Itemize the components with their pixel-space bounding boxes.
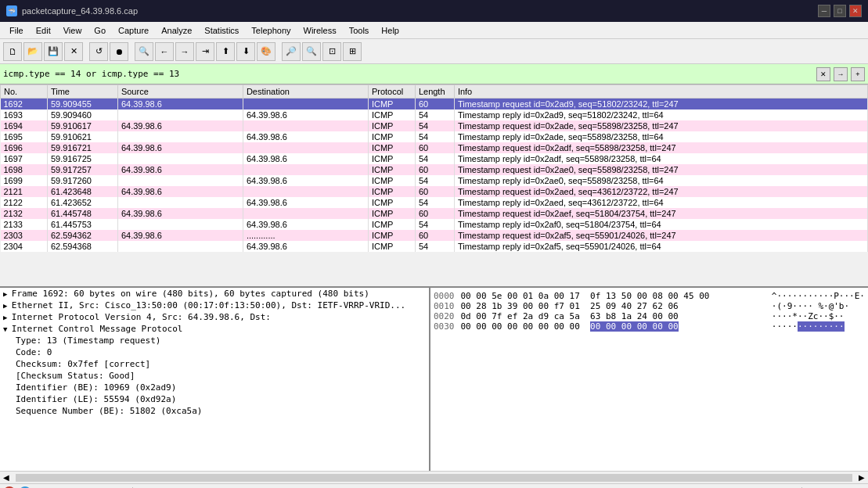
menubar: File Edit View Go Capture Analyze Statis… [0, 22, 868, 39]
col-len[interactable]: Length [415, 85, 454, 99]
toolbar-forward[interactable]: → [175, 42, 194, 61]
table-cell: ICMP [368, 164, 415, 175]
col-source[interactable]: Source [117, 85, 243, 99]
table-row[interactable]: 169959.91726064.39.98.6ICMP54Timestamp r… [1, 175, 868, 186]
table-cell: 59.909460 [47, 109, 117, 120]
toolbar-resize[interactable]: ⊞ [343, 42, 362, 61]
toolbar-back[interactable]: ← [155, 42, 174, 61]
table-cell: 54 [415, 175, 454, 186]
table-row[interactable]: 169259.90945564.39.98.6ICMP60Timestamp r… [1, 99, 868, 110]
table-row[interactable]: 230362.59436264.39.98.6............ICMP6… [1, 230, 868, 241]
menu-capture[interactable]: Capture [112, 24, 155, 37]
detail-line[interactable]: Type: 13 (Timestamp request) [0, 335, 429, 346]
toolbar-zoom-in[interactable]: 🔎 [282, 42, 301, 61]
detail-pane[interactable]: Frame 1692: 60 bytes on wire (480 bits),… [0, 288, 430, 471]
detail-line[interactable]: Internet Protocol Version 4, Src: 64.39.… [0, 311, 429, 323]
table-cell: 1696 [1, 142, 48, 153]
filter-arrow-right[interactable]: → [834, 67, 848, 81]
toolbar-prev[interactable]: ⬆ [216, 42, 235, 61]
window-title: packetcapture_64.39.98.6.cap [22, 6, 138, 16]
toolbar-find[interactable]: 🔍 [135, 42, 153, 61]
table-cell: 62.594368 [47, 241, 117, 252]
toolbar-new[interactable]: 🗋 [3, 42, 22, 61]
table-row[interactable]: 169559.91062164.39.98.6ICMP54Timestamp r… [1, 131, 868, 142]
toolbar-close[interactable]: ✕ [64, 42, 83, 61]
table-row[interactable]: 230462.59436864.39.98.6ICMP54Timestamp r… [1, 241, 868, 252]
menu-file[interactable]: File [3, 24, 30, 37]
table-row[interactable]: 169759.91672564.39.98.6ICMP54Timestamp r… [1, 153, 868, 164]
toolbar-goto[interactable]: ⇥ [196, 42, 214, 61]
table-row[interactable]: 169359.90946064.39.98.6ICMP54Timestamp r… [1, 109, 868, 120]
detail-line[interactable]: Sequence Number (BE): 51802 (0xca5a) [0, 405, 429, 417]
table-cell: 54 [415, 153, 454, 164]
col-time[interactable]: Time [47, 85, 117, 99]
table-cell: 60 [415, 142, 454, 153]
table-cell: 59.910621 [47, 131, 117, 142]
table-row[interactable]: 169459.91061764.39.98.6ICMP54Timestamp r… [1, 120, 868, 131]
toolbar-zoom-out[interactable]: 🔍 [302, 42, 321, 61]
toolbar-capture[interactable]: ⏺ [110, 42, 128, 61]
table-cell: Timestamp reply id=0x2af5, seq=55901/240… [454, 241, 867, 252]
toolbar-reload[interactable]: ↺ [89, 42, 108, 61]
hex-pane: 0000 0010 0020 0030 00 00 5e 00 01 0a 00… [430, 288, 868, 471]
menu-wireless[interactable]: Wireless [297, 24, 343, 37]
packet-list: No. Time Source Destination Protocol Len… [0, 84, 868, 288]
col-no[interactable]: No. [1, 85, 48, 99]
table-row[interactable]: 212161.42364864.39.98.6ICMP60Timestamp r… [1, 186, 868, 197]
detail-line[interactable]: Checksum: 0x7fef [correct] [0, 358, 429, 370]
toolbar-save[interactable]: 💾 [44, 42, 63, 61]
table-cell: Timestamp request id=0x2ae0, seq=55898/2… [454, 164, 867, 175]
menu-go[interactable]: Go [88, 24, 112, 37]
table-cell: 1694 [1, 120, 48, 131]
toolbar-zoom-reset[interactable]: ⊡ [322, 42, 341, 61]
toolbar-color[interactable]: 🎨 [257, 42, 276, 61]
table-cell: 60 [415, 186, 454, 197]
table-cell: 64.39.98.6 [243, 131, 368, 142]
table-cell: 61.423648 [47, 186, 117, 197]
minimize-button[interactable]: ─ [818, 5, 830, 17]
table-cell [117, 219, 243, 230]
table-cell: 59.909455 [47, 99, 117, 110]
menu-tools[interactable]: Tools [343, 24, 376, 37]
table-row[interactable]: 213261.44574864.39.98.6ICMP60Timestamp r… [1, 208, 868, 219]
scrollbar-track[interactable] [16, 474, 852, 482]
menu-statistics[interactable]: Statistics [198, 24, 245, 37]
table-cell: 64.39.98.6 [117, 208, 243, 219]
table-row[interactable]: 212261.42365264.39.98.6ICMP54Timestamp r… [1, 197, 868, 208]
detail-line[interactable]: [Checksum Status: Good] [0, 370, 429, 382]
menu-help[interactable]: Help [375, 24, 405, 37]
hex-ascii: ^···········P···E· ·(·9···· %·@'b· ····*… [769, 288, 868, 471]
filter-clear[interactable]: ✕ [816, 67, 830, 81]
detail-line[interactable]: Code: 0 [0, 346, 429, 358]
menu-telephony[interactable]: Telephony [245, 24, 297, 37]
col-dest[interactable]: Destination [243, 85, 368, 99]
detail-line[interactable]: Internet Control Message Protocol [0, 323, 429, 335]
toolbar-next[interactable]: ⬇ [236, 42, 255, 61]
maximize-button[interactable]: □ [834, 5, 846, 17]
detail-line[interactable]: Identifier (BE): 10969 (0x2ad9) [0, 382, 429, 393]
table-row[interactable]: 169859.91725764.39.98.6ICMP60Timestamp r… [1, 164, 868, 175]
table-cell: ICMP [368, 99, 415, 110]
packet-scroll[interactable]: No. Time Source Destination Protocol Len… [0, 84, 868, 272]
detail-line[interactable]: Frame 1692: 60 bytes on wire (480 bits),… [0, 288, 429, 300]
table-cell: ICMP [368, 219, 415, 230]
col-info[interactable]: Info [454, 85, 867, 99]
table-cell [117, 131, 243, 142]
table-cell: 64.39.98.6 [117, 164, 243, 175]
menu-analyze[interactable]: Analyze [155, 24, 198, 37]
table-row[interactable]: 213361.44575364.39.98.6ICMP54Timestamp r… [1, 219, 868, 230]
detail-line[interactable]: Ethernet II, Src: Cisco_13:50:00 (00:17:… [0, 300, 429, 311]
filter-input[interactable] [3, 66, 813, 82]
table-row[interactable]: 169659.91672164.39.98.6ICMP60Timestamp r… [1, 142, 868, 153]
horizontal-scrollbar[interactable]: ◀ ▶ [0, 471, 868, 483]
col-proto[interactable]: Protocol [368, 85, 415, 99]
table-cell: 61.445748 [47, 208, 117, 219]
detail-line[interactable]: Identifier (LE): 55594 (0xd92a) [0, 393, 429, 405]
menu-edit[interactable]: Edit [30, 24, 57, 37]
menu-view[interactable]: View [57, 24, 88, 37]
close-button[interactable]: ✕ [849, 5, 862, 17]
table-cell: ............ [243, 230, 368, 241]
window-controls: ─ □ ✕ [818, 5, 862, 17]
filter-plus[interactable]: + [851, 67, 865, 81]
toolbar-open[interactable]: 📂 [23, 42, 42, 61]
